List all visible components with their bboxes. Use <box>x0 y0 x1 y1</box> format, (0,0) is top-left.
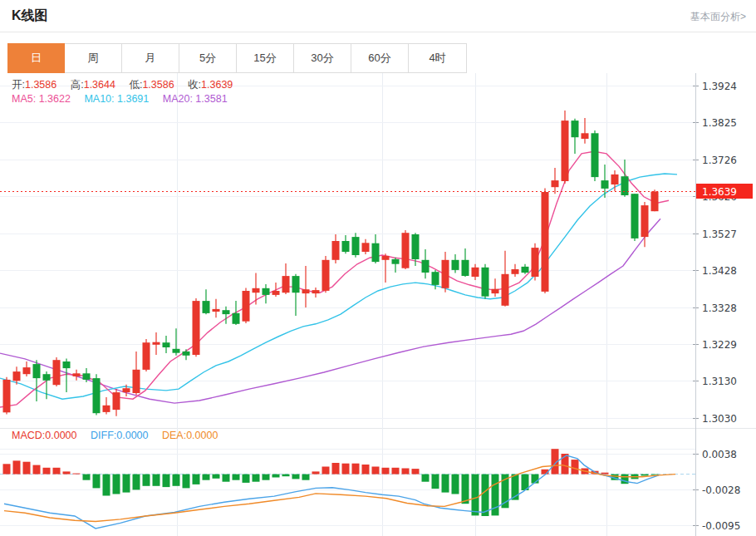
macd-bar <box>63 471 71 474</box>
candle-body <box>422 260 430 273</box>
macd-bar <box>143 475 150 486</box>
tab-day[interactable]: 日 <box>7 43 65 73</box>
macd-bar <box>432 475 439 489</box>
candle-body <box>322 260 330 291</box>
candle-body <box>213 309 220 312</box>
price-tick-label: 1.3229 <box>702 339 737 351</box>
tab-month[interactable]: 月 <box>122 44 179 72</box>
diff-line <box>4 455 659 529</box>
candle-body <box>73 373 81 376</box>
tab-15min[interactable]: 15分 <box>237 44 294 72</box>
ma10-line <box>0 174 677 399</box>
candle-body <box>272 291 280 295</box>
diff-value: 0.0000 <box>116 430 148 441</box>
macd-tick-label: -0.0028 <box>702 484 740 496</box>
macd-bar <box>272 475 280 478</box>
open-label: 开: <box>12 79 25 91</box>
candle-body <box>123 388 130 392</box>
ma20-line <box>0 219 660 403</box>
candle-body <box>562 120 569 181</box>
low-label: 低: <box>129 79 142 91</box>
macd-bar <box>183 475 190 489</box>
candle-body <box>53 360 61 385</box>
candle-body <box>13 371 21 381</box>
candle-body <box>572 120 579 137</box>
macd-bar <box>33 465 41 475</box>
macd-label: MACD: <box>12 430 45 441</box>
candle-body <box>223 310 230 314</box>
header: K线图 基本面分析> <box>0 0 756 32</box>
fundamental-analysis-link[interactable]: 基本面分析> <box>690 10 746 24</box>
macd-bar <box>83 475 91 480</box>
close-value: 1.3639 <box>201 79 233 91</box>
macd-bar <box>203 475 210 480</box>
diff-label: DIFF: <box>91 430 116 441</box>
macd-bar <box>113 475 120 494</box>
macd-bar <box>213 475 220 479</box>
macd-bar <box>193 475 200 484</box>
price-tick-label: 1.3726 <box>702 155 737 166</box>
macd-bar <box>482 475 489 516</box>
ma5-line <box>0 151 669 407</box>
candle-body <box>153 342 160 345</box>
open-value: 1.3586 <box>25 79 56 91</box>
candle-body <box>93 378 101 413</box>
candle-body <box>253 288 260 293</box>
candle-body <box>442 260 449 288</box>
candle-body <box>143 342 150 370</box>
candle-body <box>482 268 489 297</box>
dea-value: 0.0000 <box>186 430 218 441</box>
candle-body <box>542 192 549 292</box>
candle-body <box>372 243 380 262</box>
macd-bar <box>372 467 380 475</box>
macd-bar <box>312 471 320 474</box>
candle-body <box>352 237 360 255</box>
tab-60min[interactable]: 60分 <box>351 44 409 72</box>
candle-body <box>243 291 250 322</box>
candle-body <box>292 276 300 293</box>
macd-bar <box>402 469 410 475</box>
macd-bar <box>53 468 61 475</box>
candle-body <box>113 392 120 410</box>
macd-bar <box>352 464 360 475</box>
page-title: K线图 <box>12 7 48 25</box>
candle-body <box>462 260 469 276</box>
candle-body <box>621 176 629 195</box>
kline-chart-app: K线图 基本面分析> 日 周 月 5分 15分 30分 60分 4时 1.392… <box>0 0 756 536</box>
macd-bar <box>422 475 430 482</box>
candle-body <box>193 301 200 355</box>
tab-5min[interactable]: 5分 <box>179 44 237 72</box>
low-value: 1.3586 <box>142 79 174 91</box>
candle-body <box>592 133 599 177</box>
price-tick-label: 1.3328 <box>702 302 737 314</box>
macd-bar <box>233 475 240 480</box>
candle-body <box>472 268 479 277</box>
price-tick-label: 1.3428 <box>702 265 737 277</box>
candle-body <box>312 290 320 293</box>
macd-bar <box>342 464 350 475</box>
tab-30min[interactable]: 30分 <box>294 44 351 72</box>
candle-body <box>452 260 459 270</box>
macd-bar <box>103 475 110 496</box>
candle-body <box>512 269 519 274</box>
price-tick-label: 1.3030 <box>702 413 737 425</box>
candle-body <box>163 342 170 347</box>
macd-bar <box>3 464 11 474</box>
macd-bar <box>163 475 170 488</box>
price-tick-label: 1.3130 <box>702 376 737 387</box>
tab-week[interactable]: 周 <box>65 44 122 72</box>
macd-bar <box>452 475 459 494</box>
candle-body <box>23 367 31 374</box>
macd-bar <box>332 463 340 475</box>
close-label: 收: <box>188 79 201 91</box>
candle-body <box>492 289 499 293</box>
macd-bar <box>243 475 250 483</box>
macd-bar <box>362 465 370 475</box>
tab-4hour[interactable]: 4时 <box>409 44 466 72</box>
candle-body <box>641 205 649 237</box>
candle-body <box>302 289 310 293</box>
macd-bar <box>462 475 469 504</box>
macd-bar <box>302 475 310 480</box>
ma20-label: MA20: <box>163 93 193 105</box>
ma5-value: 1.3622 <box>39 93 71 105</box>
